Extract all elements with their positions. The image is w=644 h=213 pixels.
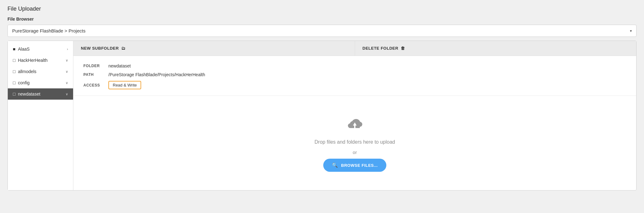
sidebar: ■ AlaaS › □ HackHerHealth ∨ □ allmodels bbox=[8, 41, 73, 190]
upload-or-text: or bbox=[353, 150, 357, 155]
breadcrumb-bar[interactable]: PureStorage FlashBlade > Projects ▾ bbox=[7, 25, 637, 37]
delete-folder-label: DELETE FOLDER bbox=[363, 46, 399, 51]
sidebar-item-label-hackherhealth: HackHerHealth bbox=[18, 58, 47, 63]
delete-folder-button[interactable]: DELETE FOLDER 🗑 bbox=[355, 41, 637, 56]
new-subfolder-icon: 🗂 bbox=[121, 46, 126, 51]
sidebar-item-label-alaaas: AlaaS bbox=[18, 47, 29, 52]
chevron-right-icon-alaaas: › bbox=[67, 47, 68, 51]
file-browser-container: File Browser PureStorage FlashBlade > Pr… bbox=[0, 17, 644, 198]
folder-icon-allmodels: □ bbox=[13, 69, 15, 74]
app-title: File Uploader bbox=[0, 0, 644, 17]
browse-files-label: BROWSE FILES... bbox=[341, 163, 378, 168]
folder-value: newdataset bbox=[108, 63, 131, 68]
path-row: PATH /PureStorage FlashBlade/Projects/Ha… bbox=[83, 72, 626, 77]
browser-body: ■ AlaaS › □ HackHerHealth ∨ □ allmodels bbox=[7, 41, 637, 191]
new-subfolder-button[interactable]: NEW SUBFOLDER 🗂 bbox=[73, 41, 355, 56]
sidebar-item-label-config: config bbox=[18, 80, 29, 85]
sidebar-item-newdataset[interactable]: □ newdataset ∨ bbox=[8, 88, 73, 100]
upload-area[interactable]: Drop files and folders here to upload or… bbox=[73, 96, 636, 190]
sidebar-item-config[interactable]: □ config ∨ bbox=[8, 77, 73, 88]
chevron-down-icon-allmodels: ∨ bbox=[66, 70, 68, 74]
chevron-down-icon-newdataset: ∨ bbox=[66, 92, 68, 96]
path-value: /PureStorage FlashBlade/Projects/HackHer… bbox=[108, 72, 205, 77]
browse-files-icon: 🔍 bbox=[332, 162, 338, 168]
sidebar-item-label-allmodels: allmodels bbox=[18, 69, 36, 74]
sidebar-item-allmodels[interactable]: □ allmodels ∨ bbox=[8, 66, 73, 77]
breadcrumb-text: PureStorage FlashBlade > Projects bbox=[12, 28, 86, 33]
upload-cloud-icon bbox=[345, 114, 365, 134]
folder-name-row: FOLDER newdataset bbox=[83, 63, 626, 68]
file-browser-label: File Browser bbox=[7, 17, 637, 22]
folder-label: FOLDER bbox=[83, 64, 108, 68]
folder-icon-hackherhealth: □ bbox=[13, 58, 15, 63]
folder-icon-config: □ bbox=[13, 80, 15, 85]
new-subfolder-label: NEW SUBFOLDER bbox=[81, 46, 119, 51]
sidebar-item-label-newdataset: newdataset bbox=[18, 92, 40, 97]
browse-files-button[interactable]: 🔍 BROWSE FILES... bbox=[323, 159, 387, 172]
main-content: NEW SUBFOLDER 🗂 DELETE FOLDER 🗑 FOLDER n… bbox=[73, 41, 636, 190]
breadcrumb-dropdown-icon[interactable]: ▾ bbox=[630, 29, 632, 33]
folder-info: FOLDER newdataset PATH /PureStorage Flas… bbox=[73, 56, 636, 96]
upload-drop-text: Drop files and folders here to upload bbox=[315, 138, 395, 146]
chevron-down-icon-hackherhealth: ∨ bbox=[66, 58, 68, 62]
access-label: ACCESS bbox=[83, 83, 108, 87]
folder-icon-newdataset: □ bbox=[13, 92, 15, 97]
delete-folder-icon: 🗑 bbox=[401, 46, 405, 51]
access-badge: Read & Write bbox=[108, 81, 141, 89]
folder-icon-alaaas: ■ bbox=[13, 47, 15, 52]
sidebar-item-hackherhealth[interactable]: □ HackHerHealth ∨ bbox=[8, 55, 73, 66]
path-label: PATH bbox=[83, 72, 108, 77]
chevron-down-icon-config: ∨ bbox=[66, 81, 68, 85]
action-bar: NEW SUBFOLDER 🗂 DELETE FOLDER 🗑 bbox=[73, 41, 636, 56]
sidebar-item-alaaas[interactable]: ■ AlaaS › bbox=[8, 43, 73, 55]
access-row: ACCESS Read & Write bbox=[83, 81, 626, 89]
